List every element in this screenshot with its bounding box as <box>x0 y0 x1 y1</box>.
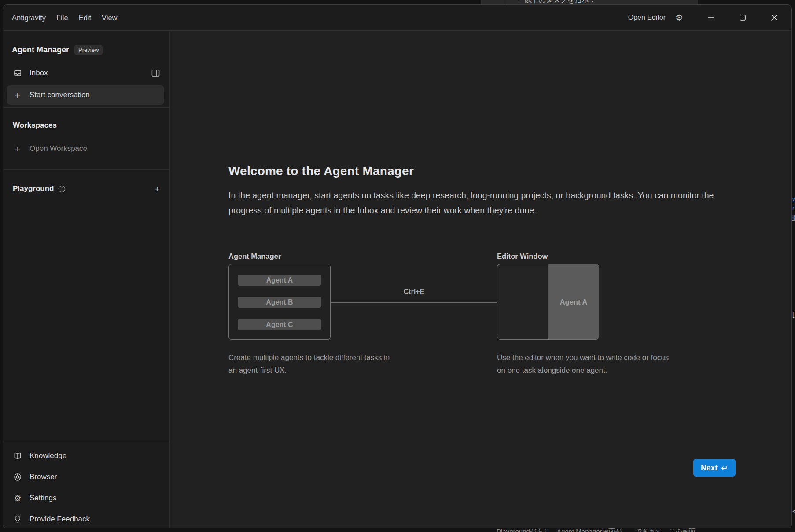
diagram-label-editor-window: Editor Window <box>497 252 548 260</box>
close-icon <box>771 14 778 21</box>
playground-section-header: Playground + <box>7 181 164 197</box>
background-bottom-text: Playgroundがあり、Agent Manager画面が……できます。この画… <box>497 528 696 532</box>
titlebar: Antigravity File Edit View Open Editor ⚙ <box>3 5 791 31</box>
sidebar-divider <box>3 169 169 170</box>
sidebar-divider <box>3 442 169 442</box>
open-workspace-button[interactable]: + Open Workspace <box>7 140 164 158</box>
workspaces-header: Workspaces <box>13 121 57 130</box>
menu-antigravity[interactable]: Antigravity <box>7 11 51 25</box>
sidebar-item-label: Settings <box>29 494 56 503</box>
page-description: In the agent manager, start agents on ta… <box>228 188 741 218</box>
open-editor-button[interactable]: Open Editor <box>628 14 666 22</box>
background-link-fragment: ne <box>792 205 795 212</box>
browser-icon <box>13 473 22 481</box>
maximize-icon <box>739 14 746 21</box>
menu-edit[interactable]: Edit <box>74 11 96 25</box>
agent-chip: Agent A <box>238 275 321 286</box>
agent-chip: Agent C <box>238 319 321 330</box>
shortcut-label: Ctrl+E <box>331 288 497 296</box>
sidebar-item-browser[interactable]: Browser <box>7 468 164 486</box>
menu-view[interactable]: View <box>96 11 122 25</box>
next-button[interactable]: Next ↵ <box>693 459 736 477</box>
connector-line <box>331 302 497 303</box>
plus-icon: + <box>13 91 22 100</box>
start-conversation-button[interactable]: + Start conversation <box>7 85 164 105</box>
page-title: Welcome to the Agent Manager <box>228 164 414 178</box>
menu-file[interactable]: File <box>51 11 74 25</box>
add-playground-button[interactable]: + <box>155 184 160 194</box>
sidebar-divider <box>3 107 169 108</box>
sidebar: Agent Manager Preview Inbox + Start conv… <box>3 31 170 528</box>
diagram-label-agent-manager: Agent Manager <box>228 252 281 260</box>
close-button[interactable] <box>764 9 784 26</box>
inbox-icon <box>13 69 22 77</box>
sidebar-title-row: Agent Manager Preview <box>12 43 103 57</box>
sidebar-item-inbox[interactable]: Inbox <box>7 64 164 82</box>
return-arrow-icon: ↵ <box>721 464 728 472</box>
background-link-fragment: li <box>792 214 795 221</box>
maximize-button[interactable] <box>732 9 753 26</box>
gear-icon[interactable]: ⚙ <box>675 13 683 22</box>
minimize-button[interactable] <box>701 9 721 26</box>
plus-icon: + <box>13 144 22 154</box>
background-text-fragment: [ <box>792 310 794 318</box>
agent-manager-caption: Create multiple agents to tackle differe… <box>228 351 392 377</box>
sidebar-item-label: Knowledge <box>29 451 66 460</box>
background-link-fragment: wo <box>792 195 795 202</box>
agent-manager-diagram: Agent A Agent B Agent C <box>228 264 331 340</box>
start-conversation-label: Start conversation <box>29 91 90 99</box>
open-workspace-label: Open Workspace <box>29 144 87 153</box>
minimize-icon <box>707 14 714 21</box>
info-icon[interactable] <box>58 185 66 193</box>
sidebar-item-label: Provide Feedback <box>29 515 90 524</box>
book-icon <box>13 451 22 460</box>
sidebar-item-knowledge[interactable]: Knowledge <box>7 447 164 465</box>
next-button-label: Next <box>701 463 718 473</box>
preview-badge: Preview <box>74 45 103 55</box>
background-text-fragment: < <box>792 507 795 515</box>
sidebar-item-settings[interactable]: ⚙ Settings <box>7 489 164 507</box>
split-panel-icon[interactable] <box>151 69 160 77</box>
lightbulb-icon <box>13 515 22 524</box>
antigravity-window: Antigravity File Edit View Open Editor ⚙… <box>3 4 792 528</box>
sidebar-title: Agent Manager <box>12 45 69 55</box>
sidebar-item-label: Browser <box>29 473 57 481</box>
editor-agent-pane: Agent A <box>548 264 599 339</box>
sidebar-item-label: Inbox <box>29 69 48 77</box>
editor-window-caption: Use the editor when you want to write co… <box>497 351 673 377</box>
gear-icon: ⚙ <box>13 494 22 503</box>
playground-header: Playground <box>13 184 54 193</box>
agent-chip: Agent B <box>238 297 321 308</box>
sidebar-item-provide-feedback[interactable]: Provide Feedback <box>7 510 164 528</box>
editor-window-diagram: Agent A <box>497 264 599 340</box>
main-content: Welcome to the Agent Manager In the agen… <box>170 31 791 528</box>
